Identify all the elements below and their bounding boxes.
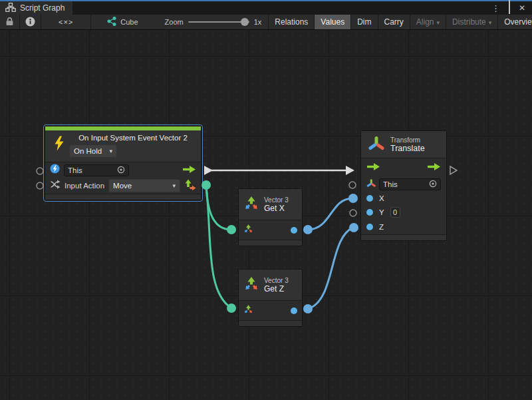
transform-icon [368, 135, 384, 154]
window-controls: ⋮ ✕ [491, 1, 532, 15]
wire-vector2-to-getx [206, 186, 231, 230]
tab-bar: Script Graph ⋮ ✕ [0, 1, 532, 15]
empty-port-circle [349, 182, 356, 188]
port-y-value-field[interactable]: 0 [390, 207, 400, 218]
node-vector3-get-z[interactable]: Vector 3 Get Z [238, 269, 303, 327]
chevron-down-icon: ▾ [437, 19, 440, 26]
field-value: 0 [393, 208, 397, 216]
overview-button[interactable]: Overview [498, 15, 532, 29]
info-icon [25, 17, 35, 28]
node-on-input-system-event[interactable]: On Input System Event Vector 2 On Hold ▾… [45, 126, 201, 200]
node-vector3-get-x[interactable]: Vector 3 Get X [238, 188, 303, 246]
translate-port-x-row: X [361, 192, 446, 205]
tab-script-graph[interactable]: Script Graph [0, 1, 72, 15]
info-button[interactable] [20, 15, 41, 29]
toolbar-gap [91, 15, 102, 29]
node-type-label: Transform [390, 136, 425, 144]
close-icon[interactable]: ✕ [519, 4, 525, 12]
empty-port-circle [37, 182, 43, 189]
zoom-slider[interactable] [188, 21, 249, 23]
graph-name-label: Cube [120, 18, 138, 26]
hierarchy-icon [5, 3, 16, 14]
port-dot-z[interactable] [366, 224, 373, 230]
button-label: Carry [384, 17, 404, 27]
button-label: Relations [275, 17, 308, 27]
relations-button[interactable]: Relations [269, 15, 315, 29]
output-port-dot[interactable] [291, 227, 297, 234]
distribute-button[interactable]: Distribute ▾ [446, 15, 498, 29]
wire-source-dot [201, 180, 211, 190]
flow-output-arrow[interactable] [427, 162, 441, 174]
lock-button[interactable] [0, 15, 20, 29]
button-label: Overview [504, 17, 532, 27]
event-node-header: On Input System Event Vector 2 On Hold ▾ [45, 130, 201, 162]
graph-canvas[interactable]: On Input System Event Vector 2 On Hold ▾… [0, 30, 532, 400]
node-transform-translate[interactable]: Transform Translate [360, 130, 447, 241]
graph-reference[interactable]: Cube [102, 15, 143, 29]
output-port-dot[interactable] [291, 307, 297, 314]
wire-event-to-translate [204, 166, 354, 175]
port-dot-y[interactable] [366, 209, 373, 216]
port-label: Y [379, 208, 384, 216]
field-value: This [68, 166, 82, 174]
code-view-button[interactable]: <×> [41, 15, 91, 29]
translate-target-row: This [361, 177, 446, 192]
lock-icon [5, 17, 14, 27]
maximize-icon[interactable] [509, 2, 510, 14]
empty-port-circle [37, 168, 43, 174]
event-mode-dropdown[interactable]: On Hold ▾ [69, 144, 117, 158]
node-type-label: Vector 3 [264, 277, 289, 284]
node-footer [239, 240, 302, 246]
flow-input-arrow[interactable] [366, 162, 380, 174]
getx-node-header: Vector 3 Get X [239, 189, 302, 220]
event-this-field[interactable]: This [64, 164, 129, 176]
align-button[interactable]: Align ▾ [410, 15, 446, 29]
zoom-slider-handle[interactable] [241, 18, 249, 26]
wire-vector2-to-getz [206, 186, 231, 308]
vector2-output-port[interactable] [184, 179, 196, 193]
zoom-control: Zoom 1x [156, 15, 269, 29]
translate-port-z-row: Z [361, 220, 446, 234]
wire-end-dot [349, 223, 358, 232]
wire-source-dot [303, 304, 313, 313]
flow-output-arrow[interactable] [182, 164, 196, 176]
vector3-mini-icon [243, 224, 253, 236]
port-label: Z [379, 223, 384, 231]
target-picker-icon[interactable] [117, 166, 125, 175]
event-action-row: Input Action Move ▾ [45, 178, 201, 194]
action-label: Input Action [65, 182, 104, 190]
script-graph-icon [107, 17, 116, 27]
tab-label: Script Graph [20, 3, 65, 13]
node-title: Get Z [264, 284, 289, 294]
translate-port-y-row: Y 0 [361, 205, 446, 220]
node-footer [361, 234, 446, 240]
node-title: On Input System Event Vector 2 [69, 134, 197, 142]
target-picker-icon[interactable] [429, 180, 437, 189]
button-label: Values [321, 17, 344, 27]
chevron-down-icon: ▾ [489, 19, 492, 26]
port-dot-x[interactable] [366, 195, 373, 202]
input-action-icon [50, 180, 61, 192]
transform-mini-icon [366, 178, 376, 190]
getz-node-header: Vector 3 Get Z [239, 270, 302, 300]
node-footer [45, 194, 201, 200]
field-value: This [383, 180, 398, 188]
dim-button[interactable]: Dim [351, 15, 378, 29]
empty-flow-triangle [450, 166, 457, 174]
wire-end-dot [348, 194, 358, 203]
getz-port-row [239, 301, 302, 320]
values-button[interactable]: Values [315, 15, 351, 29]
window-menu-icon[interactable]: ⋮ [491, 4, 500, 13]
event-this-icon [50, 164, 60, 176]
translate-flow-row [361, 158, 446, 177]
node-title: Get X [264, 204, 289, 213]
node-title: Translate [390, 144, 425, 153]
lightning-bolt-icon [53, 136, 65, 154]
vector3-icon [243, 195, 259, 214]
translate-this-field[interactable]: This [379, 178, 441, 190]
getx-port-row [239, 220, 302, 240]
graph-toolbar: <×> Cube Zoom 1x Relations Values Dim Ca… [0, 15, 532, 30]
empty-port-circle [350, 210, 356, 216]
carry-button[interactable]: Carry [378, 15, 410, 29]
action-dropdown[interactable]: Move ▾ [108, 179, 180, 192]
